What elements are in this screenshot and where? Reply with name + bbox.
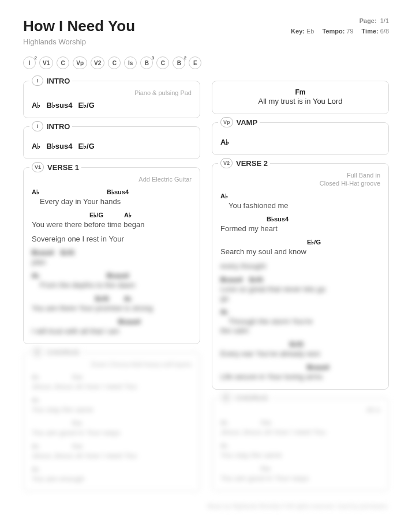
nav-pill-intro[interactable]: I2 [23,56,36,69]
lyric-line-blurred: Jesus Jesus oh how I need You [220,428,380,436]
section-nav: I2 V1 C Vp V2 C Is B3 C B2 E [23,56,389,69]
page-label: Page: [359,17,377,24]
section-title: VERSE 2 [236,159,268,168]
section-title: CHORUS [235,394,268,402]
section-badge: C [32,347,43,357]
lyric-line-blurred: every thought [220,262,380,270]
lyric-line-blurred: Love so great that never lets go [220,285,380,293]
section-note: Add Electric Guitar [32,176,192,183]
nav-pill-v1[interactable]: V1 [39,56,53,69]
chord: Fm [220,88,380,96]
section-verse-2: V2 VERSE 2 Full Band in Closed Hi-Hat gr… [212,163,389,390]
lyric-line-blurred: You stay the same [220,451,380,459]
lyric-line-blurred: Jesus Jesus oh how I need You [32,382,192,391]
section-intro-1: I INTRO Piano & pulsing Pad A♭ B♭sus4 E♭… [23,81,200,118]
key-value: Eb [306,28,314,35]
lyric-line-blurred: You are good in Your ways [32,428,192,437]
nav-pill-e[interactable]: E [189,56,201,69]
section-title: INTRO [47,77,70,85]
page-value: 1/1 [380,17,389,24]
section-intro-2: I INTRO A♭ B♭sus4 E♭/G [23,126,200,159]
lyric-line: All my trust is in You Lord [220,97,380,105]
section-lyric-fragment: Fm All my trust is in You Lord [212,81,389,114]
chord: A♭ [220,193,228,200]
section-title: VAMP [237,118,258,127]
lyric-line: You were there before time began [32,220,192,229]
lyric-line: You fashioned me [220,201,380,210]
section-note: Full Band in [220,172,380,179]
footer-credits: Music by Highlands Worship © All rights … [23,503,389,510]
section-chorus-1: C CHORUS Down Chorus Add heavy soft laye… [23,352,200,492]
lyric-line-blurred: From the depths to the dawn [32,281,192,289]
section-badge: C [220,393,232,403]
chord: A♭ [220,138,229,146]
section-badge: I [32,76,43,86]
nav-pill-vp[interactable]: Vp [73,56,87,69]
section-title: CHORUS [47,348,79,357]
lyric-line: Search my soul and know [220,247,380,256]
lyric-line: Formed my heart [220,224,380,233]
lyric-line-blurred: You are good in Your ways [220,474,380,482]
nav-pill-c3[interactable]: C [156,56,169,69]
chord: E♭/G [307,239,321,246]
nav-pill-b[interactable]: B3 [140,56,153,69]
chord: B♭sus4 [107,188,129,196]
chord: E♭/G [78,142,94,150]
lyric-line: Sovereign one I rest in Your [32,235,192,243]
key-label: Key: [291,28,305,35]
lyric-line-blurred: You are there Your promise is strong [32,304,192,312]
meta-block: Page: 1/1 Key:Eb Tempo:79 Time:6/8 [291,17,389,35]
section-note: Down Chorus Add heavy soft layers [32,361,192,368]
chord: E♭/G [78,101,94,110]
lyric-line-blurred: You stay the same [32,405,192,414]
chord: B♭sus4 [267,216,289,223]
section-chorus-2: C CHORUS All in A♭Cm Jesus Jesus oh how … [212,398,389,491]
section-badge: V1 [32,162,44,172]
nav-pill-c[interactable]: C [57,56,69,69]
lyric-line-blurred: Life secure in Your loving arms [220,372,380,381]
time-value: 6/8 [380,28,389,35]
chord: A♭ [32,101,40,110]
section-vamp: Vp VAMP A♭ [212,122,389,155]
song-title: How I Need You [23,17,135,35]
section-title: INTRO [47,122,70,131]
section-badge: V2 [220,158,233,168]
chord: E♭/G [89,212,103,219]
section-title: VERSE 1 [47,163,79,172]
section-note: Closed Hi-Hat groove [220,180,380,187]
chord: B♭sus4 [46,142,72,150]
lyric-line-blurred: Through the storm You're [220,317,380,326]
chord: A♭ [32,188,39,196]
lyric-line-blurred: Every war You've already won [220,349,380,358]
section-note: Piano & pulsing Pad [32,89,192,96]
lyric-line: Every day in Your hands [32,197,192,206]
lyric-line-blurred: I will trust with all that I am [32,327,192,335]
tempo-value: 79 [346,28,353,35]
chord: A♭ [32,142,40,150]
section-badge: Vp [220,117,233,127]
lyric-line-blurred: You are enough [32,474,192,483]
section-verse-1: V1 VERSE 1 Add Electric Guitar A♭ B♭sus4… [23,167,200,344]
nav-pill-b2[interactable]: B2 [173,56,185,69]
nav-pill-v2[interactable]: V2 [91,56,104,69]
section-note: All in [220,406,380,413]
chord: B♭sus4 [46,101,72,110]
lyric-line-blurred: plan [32,258,192,266]
tempo-label: Tempo: [322,28,344,35]
nav-pill-is[interactable]: Is [124,56,137,69]
time-label: Time: [362,28,379,35]
chord: A♭ [124,212,132,219]
section-badge: I [32,121,43,131]
lyric-line-blurred: Jesus Jesus oh how I need You [32,451,192,460]
nav-pill-c2[interactable]: C [108,56,121,69]
lyric-line-blurred: the calm [220,326,380,335]
artist-name: Highlands Worship [23,37,389,46]
